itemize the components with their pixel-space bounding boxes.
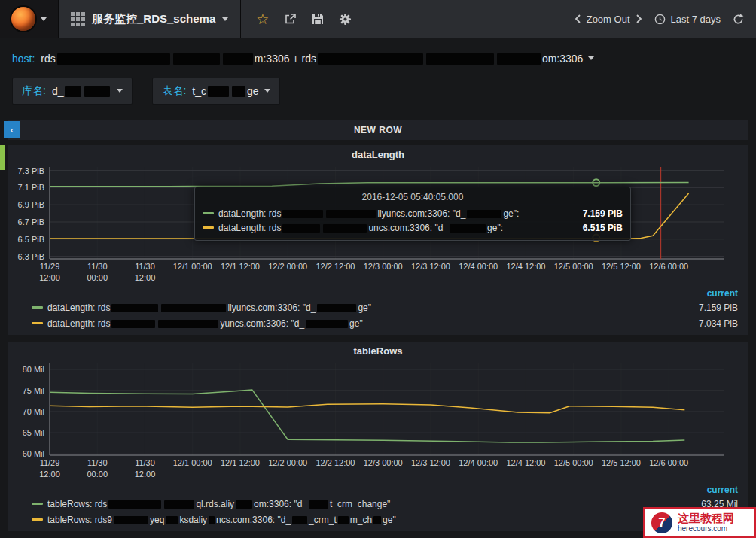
dashboard-selector[interactable]: 服务监控_RDS_schema bbox=[59, 0, 241, 38]
share-button[interactable] bbox=[284, 13, 297, 26]
x-tick-label: 12/5 12:00 bbox=[602, 262, 641, 271]
settings-button[interactable] bbox=[339, 13, 352, 26]
x-tick-label: 12/1 12:00 bbox=[221, 262, 260, 271]
logo-caret-icon bbox=[41, 17, 47, 21]
text-fragment: t_c bbox=[192, 85, 206, 97]
x-tick-label: 11/30 bbox=[135, 262, 155, 271]
host-variable-label: host: bbox=[12, 53, 35, 65]
redacted-text bbox=[373, 516, 381, 524]
grafana-logo-menu[interactable] bbox=[0, 0, 59, 38]
x-tick-label: 12/4 00:00 bbox=[459, 262, 498, 271]
time-range-label: Last 7 days bbox=[671, 14, 721, 25]
legend-series-name: dataLength: rdsyuncs.com:3306: "d_ge" bbox=[47, 318, 363, 329]
legend-item[interactable]: dataLength: rdsliyuncs.com:3306: "d_ge"7… bbox=[32, 299, 741, 315]
legend-series-name: dataLength: rdsliyuncs.com:3306: "d_ge" bbox=[47, 302, 371, 313]
x-tick-label: 12/6 00:00 bbox=[649, 458, 688, 467]
x-tick-label: 12/4 00:00 bbox=[459, 458, 498, 467]
redacted-text bbox=[497, 53, 541, 65]
legend-current-value: 7.034 PiB bbox=[699, 318, 741, 329]
redacted-text bbox=[236, 500, 252, 509]
text-fragment: ge" bbox=[358, 302, 371, 313]
text-fragment: tableRows: rds bbox=[47, 499, 107, 509]
star-button[interactable]: ☆ bbox=[256, 12, 269, 26]
legend-current-header: current bbox=[32, 287, 741, 299]
x-tick-label: 12:00 bbox=[135, 470, 156, 479]
graph-tooltip: 2016-12-05 05:40:05.000 dataLength: rdsl… bbox=[194, 187, 631, 241]
redacted-text bbox=[166, 516, 178, 524]
refresh-button[interactable] bbox=[733, 14, 744, 25]
watermark-logo: 7 bbox=[651, 512, 672, 533]
redacted-text bbox=[326, 210, 376, 218]
zoom-right-button[interactable] bbox=[636, 14, 642, 24]
row-hover-tab[interactable] bbox=[0, 145, 5, 170]
redacted-text bbox=[426, 53, 494, 65]
watermark-title: 这里教程网 bbox=[678, 512, 734, 524]
text-fragment: om:3306 bbox=[542, 53, 583, 65]
series-color-dash bbox=[32, 322, 43, 324]
x-tick-label: 12/1 00:00 bbox=[173, 262, 212, 271]
text-fragment: d_ bbox=[52, 85, 64, 97]
text-fragment: rds bbox=[41, 53, 55, 65]
panel-title[interactable]: dataLength bbox=[12, 147, 744, 163]
legend-item[interactable]: tableRows: rds9yeqksdaliyncs.com:3306: "… bbox=[32, 512, 741, 527]
y-tick-label: 6.7 PiB bbox=[18, 217, 44, 226]
legend-current-header: current bbox=[32, 484, 741, 496]
save-button[interactable] bbox=[312, 13, 324, 25]
text-fragment: _crm_t bbox=[309, 515, 337, 525]
db-variable-dropdown[interactable]: 库名: d_ bbox=[12, 78, 133, 105]
text-fragment: t_crm_change" bbox=[330, 499, 390, 509]
text-fragment: ksdaliy bbox=[179, 515, 207, 525]
redacted-text bbox=[282, 224, 320, 233]
tooltip-series-value: 7.159 PiB bbox=[583, 208, 623, 219]
zoom-left-button[interactable] bbox=[575, 14, 581, 24]
host-variable-text: rdsm:3306 + rdsom:3306 bbox=[41, 53, 583, 65]
redacted-text bbox=[158, 320, 218, 328]
row-collapse-button[interactable]: ‹ bbox=[4, 121, 20, 138]
series-color-dash bbox=[203, 212, 214, 214]
text-fragment: dataLength: rds bbox=[218, 208, 281, 219]
table-variable-dropdown[interactable]: 表名: t_cge bbox=[152, 78, 279, 105]
x-tick-label: 12/4 12:00 bbox=[506, 262, 545, 271]
tooltip-row: dataLength: rdsuncs.com:3306: "d_ge":6.5… bbox=[203, 220, 623, 235]
redacted-text bbox=[84, 86, 110, 97]
tooltip-series-name: dataLength: rdsliyuncs.com:3306: "d_ge": bbox=[218, 208, 519, 219]
tooltip-series-value: 6.515 PiB bbox=[583, 223, 623, 233]
db-caret-icon bbox=[117, 89, 123, 93]
y-tick-label: 75 Mil bbox=[23, 386, 44, 395]
time-range-picker[interactable]: Last 7 days bbox=[654, 14, 721, 25]
zoom-out-button[interactable]: Zoom Out bbox=[587, 14, 630, 25]
dashboard-caret-icon bbox=[222, 17, 228, 21]
x-tick-label: 11/30 bbox=[87, 262, 108, 271]
series-color-dash bbox=[32, 306, 43, 309]
redacted-text bbox=[223, 53, 253, 65]
chart-canvas-tablerows[interactable]: 80 Mil75 Mil70 Mil65 Mil60 Mil11/2912:00… bbox=[12, 359, 747, 481]
legend-item[interactable]: tableRows: rdsql.rds.aliyom:3306: "d_t_c… bbox=[32, 496, 741, 512]
x-tick-label: 12/2 00:00 bbox=[268, 262, 307, 271]
x-tick-label: 12/1 00:00 bbox=[173, 458, 212, 467]
panel-tablerows: tableRows 80 Mil75 Mil70 Mil65 Mil60 Mil… bbox=[8, 342, 748, 531]
host-variable-value[interactable]: rdsm:3306 + rdsom:3306 bbox=[41, 53, 594, 65]
x-tick-label: 11/30 bbox=[135, 458, 155, 467]
x-tick-label: 12/5 00:00 bbox=[554, 262, 593, 271]
db-variable-text: d_ bbox=[52, 85, 112, 98]
tooltip-timestamp: 2016-12-05 05:40:05.000 bbox=[203, 192, 623, 206]
text-fragment: liyuncs.com:3306: "d_ bbox=[377, 208, 465, 219]
text-fragment: m:3306 + rds bbox=[255, 53, 316, 65]
zoom-out-control: Zoom Out bbox=[575, 14, 642, 25]
redacted-text bbox=[57, 53, 170, 65]
redacted-text bbox=[173, 53, 220, 65]
y-tick-label: 6.5 PiB bbox=[18, 235, 44, 244]
x-tick-label: 12/3 12:00 bbox=[411, 458, 450, 467]
redacted-text bbox=[467, 210, 501, 218]
legend-item[interactable]: dataLength: rdsyuncs.com:3306: "d_ge"7.0… bbox=[32, 315, 741, 331]
x-tick-label: 12/4 12:00 bbox=[506, 458, 545, 467]
panel-title[interactable]: tableRows bbox=[12, 344, 744, 359]
y-tick-label: 80 Mil bbox=[23, 365, 44, 374]
redacted-text bbox=[114, 516, 148, 524]
row-title: NEW ROW bbox=[354, 125, 402, 135]
redacted-text bbox=[282, 210, 323, 218]
db-variable-value: d_ bbox=[52, 85, 123, 98]
tooltip-row: dataLength: rdsliyuncs.com:3306: "d_ge":… bbox=[203, 206, 623, 220]
host-variable: host: rdsm:3306 + rdsom:3306 bbox=[12, 47, 744, 70]
dashboard-title: 服务监控_RDS_schema bbox=[92, 12, 215, 26]
